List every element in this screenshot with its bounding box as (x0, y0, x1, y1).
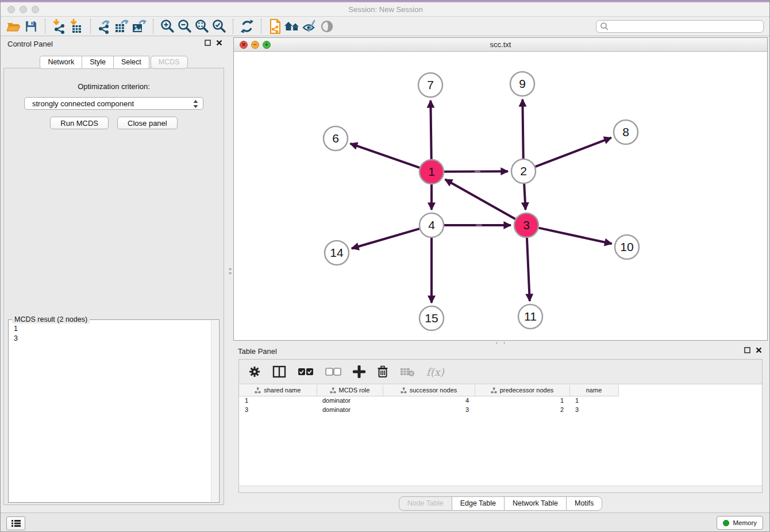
optimization-criterion-dropdown[interactable]: strongly connected component (24, 97, 203, 110)
tab-network-table[interactable]: Network Table (504, 496, 567, 511)
table-row[interactable]: 1dominator411 (239, 396, 618, 405)
node-2[interactable]: 2 (511, 159, 536, 183)
node-3[interactable]: 3 (514, 213, 538, 237)
table-cell[interactable]: dominator (317, 396, 383, 405)
function-builder-button[interactable]: f(x) (426, 364, 444, 380)
column-header-shared-name[interactable]: shared name (239, 385, 317, 396)
toggle-details-button[interactable] (318, 18, 336, 34)
node-1[interactable]: 1 (419, 160, 444, 184)
column-header-successor-nodes[interactable]: successor nodes (383, 385, 475, 396)
node-7[interactable]: 7 (418, 73, 442, 97)
table-cell[interactable]: 1 (239, 396, 317, 405)
create-column-button[interactable] (353, 364, 365, 380)
table-row[interactable]: 3dominator323 (239, 405, 618, 414)
edge-3-11[interactable] (527, 238, 530, 301)
close-panel-icon[interactable] (756, 347, 762, 353)
dropdown-stepper-icon (192, 99, 199, 110)
memory-button[interactable]: Memory (717, 516, 763, 530)
node-4[interactable]: 4 (419, 213, 444, 237)
tab-select[interactable]: Select (113, 56, 149, 69)
close-panel-icon[interactable] (216, 40, 222, 46)
table-cell[interactable]: dominator (317, 405, 383, 414)
edge-4-14[interactable] (352, 229, 419, 248)
node-15[interactable]: 15 (419, 306, 444, 330)
tab-node-table[interactable]: Node Table (399, 496, 452, 511)
home-houses-icon (284, 20, 301, 33)
edge-1-6[interactable] (351, 144, 420, 168)
network-graph[interactable]: 7968124314101511 (234, 52, 767, 340)
horizontal-splitter[interactable] (233, 341, 768, 345)
save-session-button[interactable] (22, 18, 40, 34)
mcds-result-list[interactable]: 13 (9, 320, 211, 502)
open-file-button[interactable] (5, 18, 22, 34)
node-8[interactable]: 8 (614, 120, 638, 144)
tab-edge-table[interactable]: Edge Table (452, 496, 505, 511)
optimization-criterion-label: Optimization criterion: (4, 82, 224, 91)
column-header-label: shared name (264, 387, 301, 394)
edge-1-7[interactable] (430, 101, 431, 159)
split-table-view-button[interactable] (272, 364, 286, 380)
column-header-name[interactable]: name (569, 385, 618, 396)
network-canvas[interactable]: 7968124314101511 (234, 52, 767, 340)
zoom-fit-button[interactable] (193, 18, 210, 34)
table-panel-title: Table Panel (238, 347, 277, 356)
tab-motifs[interactable]: Motifs (566, 496, 602, 511)
tab-mcds[interactable]: MCDS (151, 56, 188, 69)
delete-column-button[interactable] (377, 364, 388, 380)
delete-table-button[interactable] (400, 364, 415, 380)
show-hide-graphics-button[interactable] (301, 18, 318, 34)
tab-style[interactable]: Style (82, 56, 114, 69)
plus-icon (353, 365, 365, 378)
float-panel-icon[interactable] (744, 347, 750, 353)
edge-2-9[interactable] (522, 99, 523, 159)
table-cell[interactable]: 3 (239, 405, 317, 414)
network-window-titlebar: ✕ − + scc.txt (234, 38, 767, 52)
tab-network[interactable]: Network (40, 56, 82, 69)
refresh-view-button[interactable] (238, 18, 256, 34)
export-network-button[interactable] (96, 18, 113, 34)
node-6[interactable]: 6 (324, 126, 348, 151)
deselect-all-columns-button[interactable] (325, 364, 341, 380)
table-cell[interactable]: 1 (569, 396, 618, 405)
close-panel-button[interactable]: Close panel (117, 117, 178, 129)
gear-icon (248, 365, 261, 378)
edge-3-10[interactable] (538, 228, 611, 244)
table-cell[interactable]: 3 (383, 405, 475, 414)
first-neighbors-button[interactable] (284, 18, 301, 34)
column-header-predecessor-nodes[interactable]: predecessor nodes (475, 385, 569, 396)
table-cell[interactable]: 2 (475, 405, 569, 414)
table-cell[interactable]: 4 (383, 396, 475, 405)
search-field[interactable] (596, 20, 764, 33)
edge-2-8[interactable] (536, 138, 611, 167)
zoom-out-button[interactable] (176, 18, 193, 34)
column-header-MCDS-role[interactable]: MCDS role (317, 385, 383, 396)
edge-label-1-2 (475, 171, 480, 172)
import-table-button[interactable] (68, 18, 85, 34)
zoom-selected-button[interactable] (210, 18, 228, 34)
table-settings-button[interactable] (248, 364, 261, 380)
node-10[interactable]: 10 (615, 235, 639, 259)
table-cell[interactable]: 3 (569, 405, 618, 414)
zoom-in-button[interactable] (159, 18, 176, 34)
edge-3-1[interactable] (445, 179, 515, 219)
vertical-splitter[interactable] (227, 36, 233, 506)
table-panel: Table Panel (233, 345, 768, 512)
node-9[interactable]: 9 (510, 72, 534, 96)
run-mcds-button[interactable]: Run MCDS (50, 117, 109, 129)
table-horizontal-scrollbar[interactable] (239, 485, 762, 492)
search-input[interactable] (609, 22, 763, 31)
select-all-columns-button[interactable] (298, 364, 314, 380)
node-table[interactable]: shared nameMCDS rolesuccessor nodesprede… (239, 385, 762, 485)
edge-2-3[interactable] (524, 184, 525, 210)
node-11[interactable]: 11 (518, 304, 542, 329)
export-image-button[interactable] (130, 18, 148, 34)
export-table-button[interactable] (113, 18, 130, 34)
result-scrollbar[interactable] (211, 321, 218, 502)
import-network-button[interactable] (51, 18, 68, 34)
node-14[interactable]: 14 (325, 241, 349, 265)
float-panel-icon[interactable] (205, 40, 211, 46)
clone-network-button[interactable] (267, 18, 284, 34)
task-history-button[interactable] (6, 516, 25, 530)
table-cell[interactable]: 1 (475, 396, 569, 405)
column-type-icon (255, 387, 261, 394)
